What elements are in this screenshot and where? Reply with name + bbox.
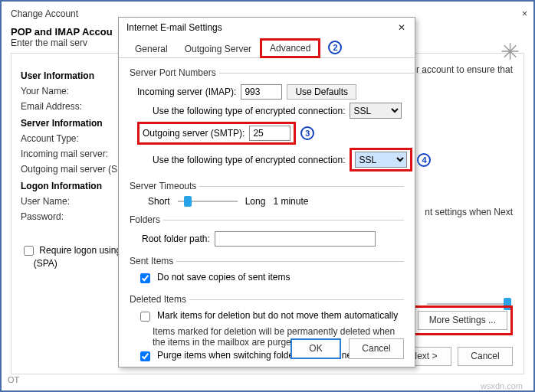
- label-root-folder: Root folder path:: [142, 234, 210, 244]
- legend-sent-items: Sent Items: [130, 256, 176, 266]
- dialog-titlebar: Internet E-mail Settings ✕: [119, 18, 415, 38]
- ok-button[interactable]: OK: [290, 338, 341, 359]
- badge-3: 3: [300, 126, 314, 140]
- legend-server-ports: Server Port Numbers: [130, 67, 219, 78]
- watermark-text: wsxdn.com: [481, 381, 523, 390]
- incoming-encryption-select[interactable]: SSL: [350, 103, 402, 119]
- legend-deleted-items: Deleted Items: [130, 294, 189, 305]
- timeout-long-label: Long: [245, 196, 266, 207]
- more-settings-button[interactable]: More Settings ...: [418, 311, 507, 330]
- cancel-button-outer[interactable]: Cancel: [458, 347, 513, 366]
- require-spa-label2: (SPA): [34, 258, 57, 269]
- timeout-slider-thumb[interactable]: [184, 196, 192, 207]
- group-sent-items: Sent Items Do not save copies of sent it…: [130, 256, 404, 288]
- purge-checkbox[interactable]: [140, 351, 150, 361]
- internet-email-settings-dialog: Internet E-mail Settings ✕ General Outgo…: [118, 17, 415, 368]
- dialog-title: Internet E-mail Settings: [126, 22, 222, 33]
- timeout-slider[interactable]: [178, 199, 238, 204]
- cursor-icon: ✳: [501, 38, 520, 65]
- timeout-short-label: Short: [148, 196, 170, 207]
- right-hint-2: nt settings when Next: [425, 207, 513, 217]
- tab-advanced[interactable]: Advanced: [260, 38, 320, 58]
- timeout-value: 1 minute: [273, 196, 308, 207]
- cancel-button-dialog[interactable]: Cancel: [349, 338, 404, 359]
- group-folders: Folders Root folder path:: [130, 214, 404, 250]
- tab-bar: General Outgoing Server Advanced 2: [119, 38, 415, 58]
- group-timeouts: Server Timeouts Short Long 1 minute: [130, 181, 404, 208]
- incoming-port-input[interactable]: [241, 84, 282, 100]
- mark-deletion-label: Mark items for deletion but do not move …: [157, 310, 398, 321]
- group-server-ports: Server Port Numbers Incoming server (IMA…: [130, 67, 431, 175]
- outgoing-port-input[interactable]: [249, 126, 290, 141]
- outgoing-port-highlight: Outgoing server (SMTP):: [137, 122, 296, 145]
- dont-save-sent-label: Do not save copies of sent items: [157, 272, 290, 283]
- tab-panel-advanced: Server Port Numbers Incoming server (IMA…: [119, 58, 415, 378]
- label-incoming-encryption: Use the following type of encrypted conn…: [153, 106, 345, 116]
- slider[interactable]: [427, 303, 511, 305]
- tab-general[interactable]: General: [126, 40, 176, 58]
- label-incoming-port: Incoming server (IMAP):: [137, 87, 236, 97]
- legend-folders: Folders: [130, 214, 163, 225]
- label-outgoing-port: Outgoing server (SMTP):: [143, 128, 245, 139]
- legend-timeouts: Server Timeouts: [130, 181, 199, 191]
- mark-deletion-checkbox[interactable]: [140, 312, 150, 322]
- more-settings-highlight: 1 More Settings ...: [412, 305, 513, 335]
- dialog-close-icon[interactable]: ✕: [395, 22, 409, 33]
- window-title: Change Account: [11, 8, 78, 19]
- require-spa-checkbox[interactable]: [24, 246, 34, 256]
- outgoing-encryption-select[interactable]: SSL: [355, 152, 407, 168]
- close-icon[interactable]: ×: [497, 8, 527, 19]
- tab-outgoing[interactable]: Outgoing Server: [176, 40, 260, 58]
- require-spa-label1: Require logon using: [39, 245, 121, 256]
- dont-save-sent-checkbox[interactable]: [140, 273, 150, 283]
- footer-text: OT: [8, 375, 19, 384]
- use-defaults-button[interactable]: Use Defaults: [287, 84, 356, 100]
- outgoing-encryption-highlight: SSL: [350, 148, 412, 172]
- root-folder-input[interactable]: [215, 231, 376, 247]
- badge-2: 2: [328, 41, 342, 54]
- badge-4: 4: [417, 153, 431, 167]
- label-outgoing-encryption: Use the following type of encrypted conn…: [153, 155, 345, 165]
